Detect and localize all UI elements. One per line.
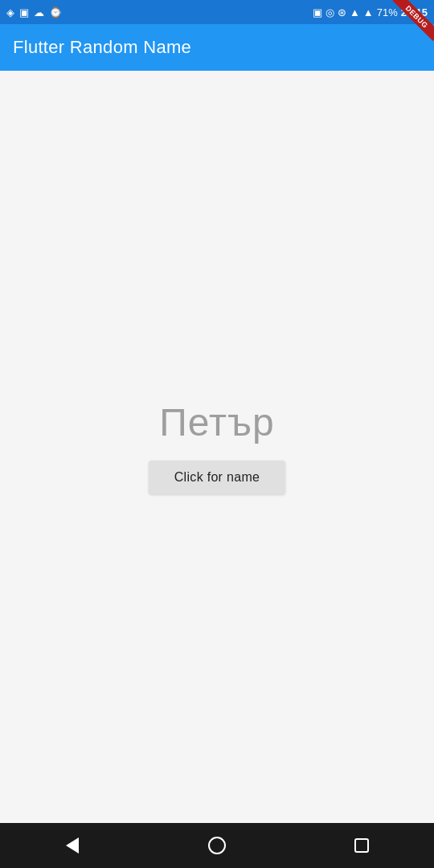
name-display: Петър: [159, 400, 274, 444]
vpn-icon: ⊛: [338, 6, 346, 18]
back-icon: [66, 837, 79, 854]
debug-banner: [386, 0, 434, 48]
nav-bar: [0, 823, 434, 868]
wifi-icon: ▲: [350, 6, 360, 18]
click-for-name-button[interactable]: Click for name: [149, 461, 285, 494]
recents-button[interactable]: [338, 829, 386, 862]
vibrate-icon: ▣: [313, 6, 322, 18]
signal-icon: ▲: [363, 6, 374, 18]
cloud-icon: ☁: [34, 6, 44, 18]
main-content: Петър Click for name: [0, 71, 434, 823]
alarm-clock-icon: ◎: [326, 6, 334, 18]
home-button[interactable]: [193, 829, 241, 862]
back-button[interactable]: [48, 829, 96, 862]
home-icon: [208, 837, 226, 854]
photo-icon: ▣: [19, 6, 29, 18]
recents-icon: [354, 838, 369, 853]
app-bar: Flutter Random Name: [0, 24, 434, 71]
alarm-icon: ⌚: [49, 6, 62, 18]
status-bar-left-icons: ◈ ▣ ☁ ⌚: [6, 6, 62, 18]
navigation-icon: ◈: [6, 6, 14, 18]
status-bar: ◈ ▣ ☁ ⌚ ▣ ◎ ⊛ ▲ ▲ 71% 23:15: [0, 0, 434, 24]
app-bar-title: Flutter Random Name: [13, 37, 191, 58]
